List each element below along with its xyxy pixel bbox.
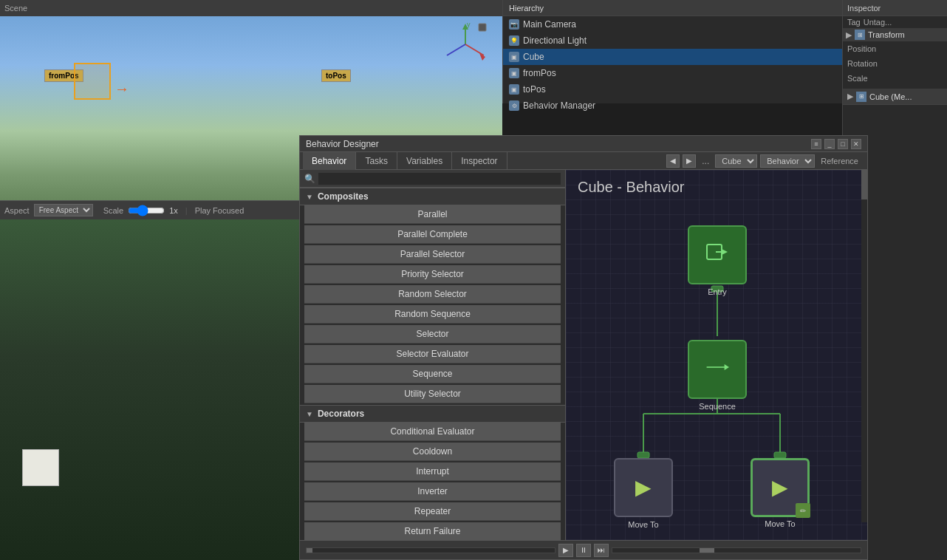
cube-icon: ▣ [509, 52, 519, 62]
rotation-row: Rotation [843, 56, 947, 71]
bd-nav-next[interactable]: ▶ [683, 154, 696, 168]
bd-maximize-btn[interactable]: □ [838, 139, 848, 149]
svg-rect-17 [774, 452, 786, 458]
bd-scroll-thumb-right[interactable] [700, 548, 714, 553]
bd-bottom: ▶ ⏸ ⏭ [300, 540, 867, 559]
moveto2-node[interactable]: ▶ ✏ Move To [751, 458, 810, 517]
scene-toolbar: Scene [0, 0, 502, 16]
decorators-label: Decorators [318, 409, 364, 419]
entry-icon [705, 240, 729, 268]
sequence-node[interactable]: Sequence [688, 340, 747, 399]
task-return-failure[interactable]: Return Failure [304, 522, 561, 541]
scale-value: 1x [169, 206, 178, 215]
sequence-icon [705, 358, 729, 379]
bd-title: Behavior Designer [306, 139, 379, 149]
task-random-sequence[interactable]: Random Sequence [304, 305, 561, 324]
scale-label: Scale [103, 206, 124, 215]
hierarchy-item-topos[interactable]: ▣ toPos [503, 81, 842, 98]
camera-icon: 📷 [509, 19, 519, 30]
hierarchy-title: Hierarchy [509, 4, 544, 13]
bd-minimize-btn[interactable]: _ [824, 139, 835, 149]
task-search-input[interactable] [318, 173, 561, 185]
bd-object-selector[interactable]: Cube [715, 154, 757, 168]
tab-variables[interactable]: Variables [397, 152, 452, 170]
task-search: 🔍 [300, 170, 565, 188]
light-icon: 💡 [509, 35, 519, 46]
entry-node[interactable]: Entry [688, 225, 747, 284]
bd-nav-dots: ... [702, 156, 709, 166]
task-selector[interactable]: Selector [304, 325, 561, 344]
task-parallel[interactable]: Parallel [304, 205, 561, 224]
bd-close-btn[interactable]: ✕ [851, 139, 861, 149]
bd-nav-area: ◀ ▶ ... Cube Behavior Reference [666, 154, 864, 168]
bd-behavior-selector[interactable]: Behavior [760, 154, 815, 168]
position-label: Position [847, 44, 876, 53]
cube-mesh-icon: ⊞ [856, 92, 866, 102]
hierarchy-header: Hierarchy [503, 0, 842, 16]
playback-pause[interactable]: ⏸ [576, 544, 591, 557]
moveto2-label: Move To [765, 519, 795, 528]
task-selector-evaluator[interactable]: Selector Evaluator [304, 345, 561, 363]
task-repeater[interactable]: Repeater [304, 502, 561, 521]
sequence-node-box: Sequence [688, 340, 747, 399]
task-parallel-selector[interactable]: Parallel Selector [304, 245, 561, 264]
bd-title-controls: ≡ _ □ ✕ [811, 139, 861, 149]
scene-bottom [0, 219, 299, 560]
task-utility-selector[interactable]: Utility Selector [304, 385, 561, 403]
scene-toolbar-label: Scene [4, 4, 27, 13]
task-interrupt[interactable]: Interrupt [304, 462, 561, 481]
hierarchy-item-main-camera[interactable]: 📷 Main Camera [503, 16, 842, 33]
task-inverter[interactable]: Inverter [304, 482, 561, 501]
task-parallel-complete[interactable]: Parallel Complete [304, 225, 561, 244]
aspect-select[interactable]: Free Aspect [34, 204, 93, 216]
svg-text:y: y [467, 22, 471, 28]
decorators-arrow: ▼ [306, 410, 313, 418]
bd-scroll-right[interactable] [612, 547, 861, 553]
moveto1-node-box: ▶ Move To [614, 458, 673, 517]
moveto1-node[interactable]: ▶ Move To [614, 458, 673, 517]
bd-menu-btn[interactable]: ≡ [811, 139, 821, 149]
playback-step[interactable]: ⏭ [594, 544, 609, 557]
task-sequence[interactable]: Sequence [304, 365, 561, 383]
tab-tasks[interactable]: Tasks [356, 152, 397, 170]
tab-behavior[interactable]: Behavior [303, 152, 356, 170]
hierarchy-item-behavior-manager[interactable]: ⚙ Behavior Manager [503, 98, 842, 114]
category-decorators[interactable]: ▼ Decorators [300, 405, 565, 423]
moveto1-label: Move To [628, 520, 658, 529]
hierarchy-item-label: fromPos [523, 68, 556, 78]
hierarchy-item-cube[interactable]: ▣ Cube [503, 49, 842, 65]
move-arrow: → [114, 81, 129, 98]
hierarchy-item-label: Main Camera [523, 19, 576, 30]
hierarchy-item-label: Behavior Manager [523, 100, 595, 111]
tag-row: Tag Untag... [843, 16, 947, 28]
graph-scrollbar-thumb[interactable] [861, 170, 867, 199]
graph-scrollbar-track[interactable] [861, 170, 867, 522]
bd-scroll-left[interactable] [306, 547, 555, 553]
behavior-manager-icon: ⚙ [509, 100, 519, 111]
hierarchy-item-frompos[interactable]: ▣ fromPos [503, 65, 842, 81]
task-scroll-area[interactable]: ▼ Composites Parallel Parallel Complete … [300, 188, 565, 542]
axis-gizmo: y [443, 22, 488, 66]
task-random-selector[interactable]: Random Selector [304, 285, 561, 304]
bd-reference-label: Reference [821, 157, 858, 165]
task-priority-selector[interactable]: Priority Selector [304, 265, 561, 284]
task-cooldown[interactable]: Cooldown [304, 443, 561, 461]
tag-value: Untag... [864, 18, 892, 27]
bd-content: 🔍 ▼ Composites Parallel Parallel Complet… [300, 170, 867, 542]
bd-scroll-thumb-left[interactable] [307, 548, 312, 553]
aspect-label: Aspect [4, 206, 30, 215]
category-composites[interactable]: ▼ Composites [300, 188, 565, 205]
scale-slider[interactable] [128, 207, 165, 214]
moveto2-icon: ▶ [772, 475, 788, 499]
playback-play[interactable]: ▶ [558, 544, 573, 557]
cube-mesh-label: Cube (Me... [869, 92, 912, 101]
bd-nav-prev[interactable]: ◀ [666, 154, 680, 168]
task-list: 🔍 ▼ Composites Parallel Parallel Complet… [300, 170, 566, 542]
tab-inspector[interactable]: Inspector [452, 152, 507, 170]
behavior-designer: Behavior Designer ≡ _ □ ✕ Behavior Tasks… [299, 135, 868, 560]
transform-expand-icon: ▶ [846, 30, 852, 40]
behavior-graph[interactable]: Cube - Behavior [566, 170, 867, 542]
task-conditional-evaluator[interactable]: Conditional Evaluator [304, 423, 561, 441]
moveto1-icon: ▶ [635, 475, 652, 499]
hierarchy-item-directional-light[interactable]: 💡 Directional Light [503, 33, 842, 49]
